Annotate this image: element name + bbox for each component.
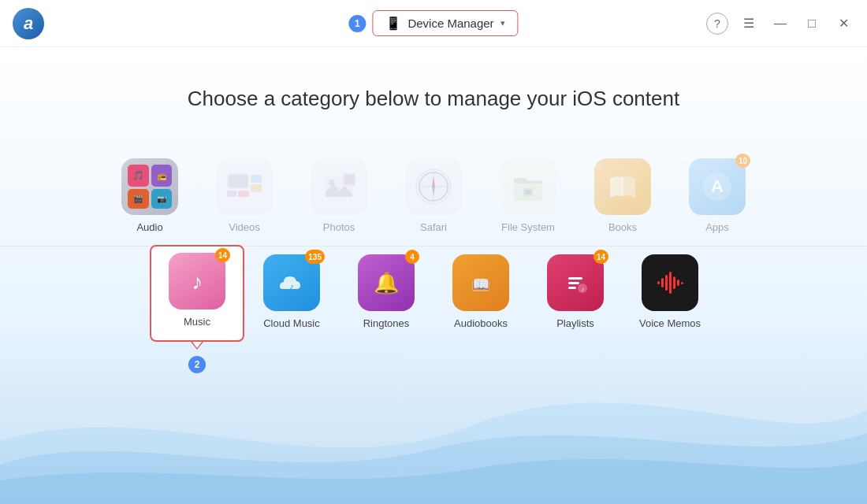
category-photos[interactable]: Photos: [292, 150, 386, 246]
music-icon-wrapper: 14 ♪: [169, 253, 225, 309]
category-audiobooks[interactable]: 📖 Audiobooks: [434, 246, 528, 342]
titlebar-right: ? ☰ — □ ✕: [706, 13, 854, 35]
top-row-categories: 🎵 📻 🎬 📷 Audio: [0, 150, 867, 246]
category-filesystem[interactable]: File System: [481, 150, 575, 246]
page-title: Choose a category below to manage your i…: [0, 47, 867, 111]
help-button[interactable]: ?: [706, 13, 728, 35]
svg-rect-5: [251, 184, 262, 192]
audiobooks-label: Audiobooks: [454, 317, 508, 329]
safari-label: Safari: [420, 221, 447, 233]
device-manager-button[interactable]: 📱 Device Manager ▾: [372, 10, 518, 36]
svg-rect-35: [665, 275, 668, 291]
svg-rect-29: [568, 282, 579, 284]
books-label: Books: [608, 221, 637, 233]
chevron-down-icon: ▾: [500, 18, 505, 28]
category-videos[interactable]: Videos: [197, 150, 292, 246]
svg-text:A: A: [711, 176, 724, 196]
playlists-badge: 14: [594, 250, 608, 264]
svg-rect-1: [229, 175, 247, 187]
playlists-label: Playlists: [556, 317, 594, 329]
ringtones-label: Ringtones: [363, 317, 410, 329]
svg-rect-9: [344, 175, 354, 184]
photos-label: Photos: [323, 221, 355, 233]
category-playlists[interactable]: 14 ♪ Playlists: [528, 246, 623, 342]
music-badge: 14: [215, 248, 230, 262]
books-icon: [594, 158, 651, 215]
ringtones-icon-wrapper: 4 🔔: [358, 254, 415, 311]
cloudmusic-badge: 135: [305, 250, 325, 264]
svg-rect-30: [568, 287, 576, 289]
maximize-button[interactable]: □: [801, 13, 823, 35]
voicememos-icon: [642, 254, 698, 311]
svg-rect-39: [681, 282, 683, 284]
selected-connector-inner: [192, 342, 202, 348]
categories-section: 🎵 📻 🎬 📷 Audio: [0, 150, 867, 342]
svg-rect-37: [673, 276, 675, 289]
svg-text:♪: ♪: [290, 282, 294, 291]
step1-badge: 1: [348, 15, 366, 32]
category-voicememos[interactable]: Voice Memos: [623, 246, 717, 342]
filesystem-icon: [500, 158, 556, 215]
category-cloudmusic[interactable]: 135 ♪ Cloud Music: [244, 246, 339, 342]
playlists-icon-wrapper: 14 ♪: [547, 254, 604, 311]
main-content: Choose a category below to manage your i…: [0, 47, 867, 504]
svg-text:📖: 📖: [472, 276, 490, 293]
svg-rect-19: [525, 190, 531, 195]
audio-icon: 🎵 📻 🎬 📷: [121, 158, 178, 215]
svg-rect-38: [677, 280, 679, 286]
videos-icon-wrapper: [216, 158, 273, 215]
close-button[interactable]: ✕: [832, 13, 854, 35]
safari-icon: [405, 158, 462, 215]
svg-rect-4: [251, 175, 262, 183]
svg-rect-28: [568, 277, 582, 280]
svg-rect-2: [227, 191, 236, 197]
svg-text:♪: ♪: [581, 286, 584, 293]
playlists-icon: ♪: [547, 254, 604, 311]
category-music[interactable]: 14 ♪ Music 2: [150, 245, 244, 342]
svg-rect-3: [238, 191, 249, 197]
music-label: Music: [184, 316, 210, 328]
apps-icon-wrapper: 10 A: [689, 158, 746, 215]
titlebar-center: 1 📱 Device Manager ▾: [348, 10, 518, 36]
audiobooks-icon-wrapper: 📖: [452, 254, 509, 311]
category-apps[interactable]: 10 A Apps: [670, 150, 765, 246]
cloudmusic-label: Cloud Music: [263, 317, 320, 329]
titlebar-left: a: [13, 8, 44, 39]
step2-badge: 2: [188, 356, 206, 373]
menu-button[interactable]: ☰: [738, 13, 760, 35]
audio-label: Audio: [136, 221, 162, 233]
minimize-button[interactable]: —: [769, 13, 791, 35]
wave-decoration: [0, 346, 867, 504]
svg-rect-34: [661, 278, 664, 287]
audiobooks-icon: 📖: [452, 254, 509, 311]
category-books[interactable]: Books: [575, 150, 670, 246]
bottom-row-categories: 14 ♪ Music 2 135: [0, 246, 867, 342]
filesystem-label: File System: [501, 221, 555, 233]
apps-icon: A: [689, 158, 746, 215]
device-icon: 📱: [385, 16, 401, 31]
photos-icon: [311, 158, 367, 215]
safari-icon-wrapper: [405, 158, 462, 215]
cloudmusic-icon-wrapper: 135 ♪: [263, 254, 320, 311]
svg-rect-36: [669, 272, 672, 294]
filesystem-icon-wrapper: [500, 158, 556, 215]
ringtones-icon: 🔔: [358, 254, 415, 311]
videos-icon: [216, 158, 273, 215]
voicememos-label: Voice Memos: [639, 317, 701, 329]
svg-text:♪: ♪: [192, 269, 203, 294]
videos-label: Videos: [229, 221, 260, 233]
category-ringtones[interactable]: 4 🔔 Ringtones: [339, 246, 434, 342]
music-icon: ♪: [169, 253, 225, 309]
svg-rect-33: [657, 281, 660, 284]
titlebar: a 1 📱 Device Manager ▾ ? ☰ — □ ✕: [0, 0, 867, 47]
voicememos-icon-wrapper: [642, 254, 698, 311]
audio-icon-wrapper: 🎵 📻 🎬 📷: [121, 158, 178, 215]
apps-badge: 10: [735, 154, 750, 168]
ringtones-badge: 4: [405, 250, 419, 264]
photos-icon-wrapper: [311, 158, 367, 215]
svg-text:🔔: 🔔: [374, 270, 400, 295]
category-safari[interactable]: Safari: [386, 150, 481, 246]
category-audio[interactable]: 🎵 📻 🎬 📷 Audio: [102, 150, 197, 246]
app-logo: a: [13, 8, 44, 39]
books-icon-wrapper: [594, 158, 651, 215]
